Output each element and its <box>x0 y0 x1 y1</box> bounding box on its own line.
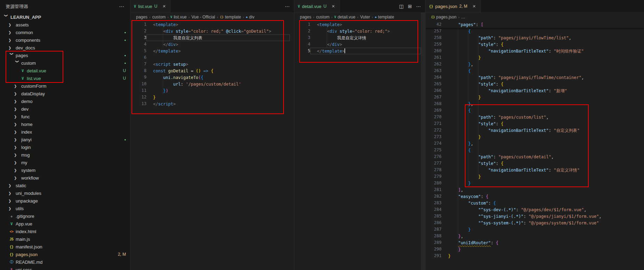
breadcrumb-item-detail-vue[interactable]: Vdetail.vue <box>334 15 356 19</box>
code-line[interactable]: 269 { <box>426 107 644 114</box>
code-line[interactable]: 267 } <box>426 94 644 101</box>
code-line[interactable]: 259 "style": { <box>426 41 644 48</box>
split-editor-icon[interactable]: ◫ <box>399 3 404 9</box>
explorer-more-actions-icon[interactable]: ⋯ <box>119 3 125 10</box>
code-line[interactable]: 260 "navigationBarTitleText": "时间组件验证" <box>426 48 644 54</box>
folder-workflow[interactable]: ❯workflow <box>0 174 130 182</box>
tab-detail-vue[interactable]: Vdetail.vueU✕ <box>294 0 340 13</box>
code-line[interactable]: 282 "easycom": { <box>426 193 644 200</box>
code-line[interactable]: 278 "navigationBarTitleText": "自定义详情" <box>426 167 644 173</box>
code-line[interactable]: 279 } <box>426 173 644 180</box>
chevron-down-icon[interactable]: ❯ <box>15 60 19 66</box>
chevron-right-icon[interactable]: ❯ <box>14 161 20 165</box>
file-gitignore[interactable]: ◆.gitignore <box>0 212 130 220</box>
code-line[interactable]: 9 uni.navigateTo({ <box>130 74 294 81</box>
tab-pages-json[interactable]: {}pages.json2, M✕ <box>426 0 481 13</box>
folder-datadisplay[interactable]: ❯dataDisplay <box>0 90 130 97</box>
code-line[interactable]: 10 url: '/pages/custom/detail' <box>130 81 294 87</box>
breadcrumb-item-template[interactable]: {}template <box>220 15 241 19</box>
code-line[interactable]: 271 "style": { <box>426 120 644 127</box>
breadcrumb-item-div[interactable]: ◈div <box>246 15 254 19</box>
more-actions-icon[interactable]: ⋯ <box>285 3 290 9</box>
chevron-down-icon[interactable]: ❯ <box>10 52 14 58</box>
code-line[interactable]: 4 </div> <box>130 41 294 48</box>
file-detail-vue[interactable]: Vdetail.vueU <box>0 67 130 74</box>
chevron-right-icon[interactable]: ❯ <box>8 184 15 188</box>
folder-login[interactable]: ❯login <box>0 143 130 151</box>
code-line[interactable]: 3 我是自定义详情 <box>294 34 425 41</box>
code-line[interactable]: 286 "^sys-system-(.*)": "@/pages/system/… <box>426 220 644 226</box>
chevron-right-icon[interactable]: ❯ <box>14 130 20 134</box>
folder-index[interactable]: ❯index <box>0 128 130 136</box>
code-line[interactable]: 264 "path": "pages/jianyi/flowTime/conta… <box>426 74 644 81</box>
folder-jianyi[interactable]: ❯jianyi● <box>0 136 130 143</box>
chevron-right-icon[interactable]: ❯ <box>14 145 20 149</box>
folder-dev[interactable]: ❯dev <box>0 105 130 113</box>
file-readme-md[interactable]: ⓘREADME.md <box>0 258 130 266</box>
chevron-right-icon[interactable]: ❯ <box>14 153 20 157</box>
file-index-html[interactable]: <>index.html <box>0 228 130 235</box>
chevron-right-icon[interactable]: ❯ <box>8 207 15 211</box>
folder-demo[interactable]: ❯demo <box>0 97 130 105</box>
code-line[interactable]: 2 <div style="color: red;"> <box>294 28 425 34</box>
code-line[interactable]: 273 } <box>426 134 644 140</box>
chevron-right-icon[interactable]: ❯ <box>8 31 15 34</box>
code-line[interactable]: 281 ], <box>426 186 644 193</box>
code-line[interactable]: 283 "custom": { <box>426 200 644 206</box>
breadcrumb-item-template[interactable]: ◈template <box>375 15 394 19</box>
close-tab-icon[interactable]: ✕ <box>471 4 477 9</box>
file-app-vue[interactable]: VApp.vue <box>0 220 130 228</box>
code-line[interactable]: 274 }, <box>426 140 644 147</box>
code-line[interactable]: 5</template> <box>130 48 294 54</box>
code-editor-2[interactable]: 1<template>2 <div style="color: red;">3 … <box>294 21 425 270</box>
code-line[interactable]: 287 } <box>426 226 644 233</box>
folder-unpackage[interactable]: ❯unpackage <box>0 197 130 205</box>
code-line[interactable]: 4 </div> <box>294 41 425 48</box>
close-tab-icon[interactable]: ✕ <box>161 4 167 9</box>
code-editor-1[interactable]: 1<template>2 <div style="color: red;" @c… <box>130 21 294 270</box>
file-pages-json[interactable]: {}pages.json2, M <box>0 251 130 258</box>
chevron-right-icon[interactable]: ❯ <box>8 199 15 203</box>
breadcrumb-item-custom[interactable]: custom <box>152 15 166 19</box>
code-line[interactable]: 1<template> <box>130 21 294 28</box>
chevron-right-icon[interactable]: ❯ <box>14 168 20 172</box>
file-list-vue[interactable]: Vlist.vueU <box>0 74 130 82</box>
code-line[interactable]: 270 "path": "pages/custom/list", <box>426 114 644 120</box>
breadcrumb-item-[interactable]: … <box>461 15 466 19</box>
code-line[interactable]: 284 "^sys-dev-(.*)": "@/pages/dev/$1/for… <box>426 206 644 213</box>
file-main-js[interactable]: JSmain.js <box>0 235 130 243</box>
chevron-right-icon[interactable]: ❯ <box>14 176 20 180</box>
folder-common[interactable]: ❯common● <box>0 29 130 36</box>
folder-dev-docs[interactable]: ❯dev_docs <box>0 44 130 51</box>
folder-system[interactable]: ❯system <box>0 166 130 174</box>
chevron-right-icon[interactable]: ❯ <box>8 46 15 50</box>
folder-customform[interactable]: ❯customForm <box>0 82 130 90</box>
folder-custom[interactable]: ❯custom● <box>0 59 130 67</box>
folder-home[interactable]: ❯home <box>0 120 130 128</box>
chevron-right-icon[interactable]: ❯ <box>14 92 20 96</box>
chevron-right-icon[interactable]: ❯ <box>14 107 20 111</box>
chevron-right-icon[interactable]: ❯ <box>8 191 15 195</box>
code-line[interactable]: 263 { <box>426 68 644 74</box>
folder-components[interactable]: ❯components● <box>0 36 130 44</box>
code-line[interactable]: 5</template> <box>294 48 425 54</box>
code-line[interactable]: 268 }, <box>426 101 644 107</box>
code-line[interactable]: 2 <div style="color: red;" @click="goDet… <box>130 28 294 34</box>
folder-assets[interactable]: ❯assets <box>0 21 130 29</box>
chevron-right-icon[interactable]: ❯ <box>14 100 20 103</box>
breadcrumb-item-pages-json[interactable]: {}pages.json <box>431 15 456 19</box>
code-line[interactable]: 261 } <box>426 54 644 61</box>
code-line[interactable]: 11 }) <box>130 87 294 94</box>
code-line[interactable]: 7<script setup> <box>130 61 294 68</box>
chevron-right-icon[interactable]: ❯ <box>8 38 15 42</box>
sticky-scroll-line[interactable]: 42 "pages": [ <box>426 21 644 28</box>
project-root-folder[interactable]: ❯ LEARUN_APP <box>0 13 130 21</box>
file-manifest-json[interactable]: {}manifest.json <box>0 243 130 251</box>
breadcrumb-item-custom[interactable]: custom <box>316 15 329 19</box>
code-line[interactable]: 13</script> <box>130 101 294 107</box>
breadcrumb-item-pages[interactable]: pages <box>300 15 311 19</box>
code-line[interactable]: 290 } <box>426 246 644 253</box>
code-line[interactable]: 275 { <box>426 147 644 153</box>
code-line[interactable]: 276 "path": "pages/custom/detail", <box>426 153 644 160</box>
code-line[interactable]: 272 "navigationBarTitleText": "自定义列表" <box>426 127 644 134</box>
